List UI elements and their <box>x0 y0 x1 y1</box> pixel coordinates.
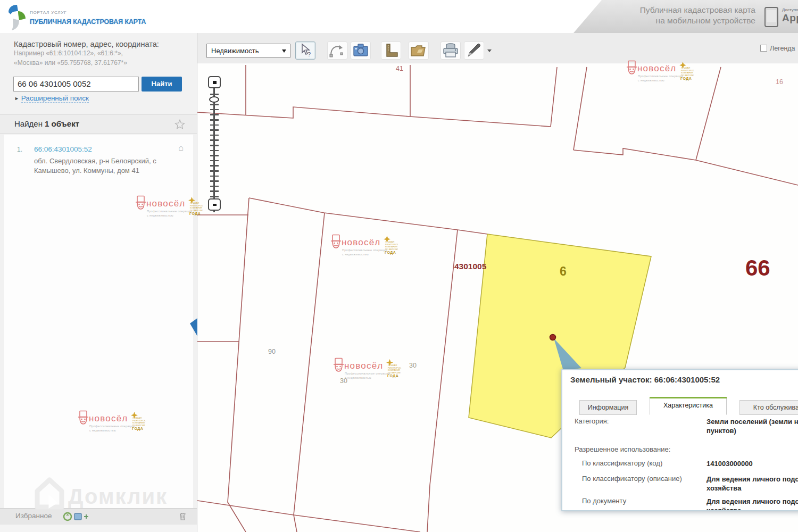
svg-text:?: ? <box>307 51 311 57</box>
